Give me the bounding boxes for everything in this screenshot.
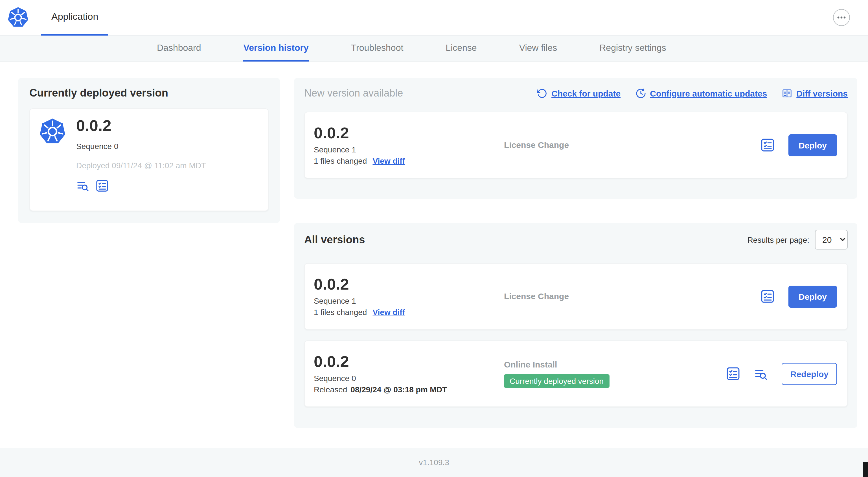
tab-registry-settings-label: Registry settings [599,42,666,53]
currently-deployed-panel: Currently deployed version [18,78,280,223]
new-version-header: New version available Check for update [304,86,848,100]
version-number: 0.0.2 [314,353,504,370]
clock-refresh-icon [635,88,646,98]
results-per-page-select[interactable]: 20 [815,230,848,249]
tab-troubleshoot-label: Troubleshoot [351,42,404,53]
released-label: Released [314,385,347,394]
version-info: 0.0.2 Sequence 1 1 files changed View di… [314,276,504,317]
view-logs-icon[interactable] [76,179,90,192]
files-changed-text: 1 files changed [314,157,367,166]
configure-automatic-updates-link[interactable]: Configure automatic updates [635,88,767,98]
release-notes-icon[interactable] [726,366,741,381]
deployed-timestamp: Deployed 09/11/24 @ 11:02 am MDT [76,161,206,170]
overflow-menu-button[interactable] [833,9,850,26]
kubernetes-logo-icon [7,7,29,28]
version-history-page: Application Dashboard Version history Tr… [0,0,868,477]
deployed-sequence: Sequence 0 [76,142,206,151]
deployed-card-actions [76,179,206,192]
tab-version-history-label: Version history [244,42,309,53]
currently-deployed-title: Currently deployed version [29,87,269,99]
deployed-version-number: 0.0.2 [76,117,206,135]
tab-license-label: License [445,42,476,53]
version-sequence: Sequence 1 [314,145,504,154]
version-info: 0.0.2 Sequence 0 Released 08/29/24 @ 03:… [314,353,504,394]
release-notes-icon[interactable] [95,179,109,192]
results-per-page-label: Results per page: [747,235,809,244]
version-sequence: Sequence 0 [314,374,504,383]
all-versions-header: All versions Results per page: 20 [304,230,848,249]
tab-application[interactable]: Application [41,0,108,35]
deployed-version-card: 0.0.2 Sequence 0 Deployed 09/11/24 @ 11:… [29,109,269,211]
change-type-label: Online Install [504,360,726,369]
release-notes-icon[interactable] [760,289,775,304]
all-versions-panel: All versions Results per page: 20 0.0.2 … [294,223,857,428]
tab-registry-settings[interactable]: Registry settings [599,35,666,62]
version-sequence: Sequence 1 [314,297,504,306]
tab-view-files[interactable]: View files [519,35,557,62]
tab-license[interactable]: License [445,35,476,62]
change-type-label: License Change [504,291,569,301]
ellipsis-icon [837,17,846,19]
view-diff-link[interactable]: View diff [372,157,405,166]
version-row: 0.0.2 Sequence 1 1 files changed View di… [304,263,848,330]
version-row: 0.0.2 Sequence 0 Released 08/29/24 @ 03:… [304,340,848,407]
deploy-button[interactable]: Deploy [788,134,837,156]
version-info: 0.0.2 Sequence 1 1 files changed View di… [314,124,504,166]
new-version-title: New version available [304,87,403,99]
footer: v1.109.3 [0,448,868,477]
version-number: 0.0.2 [314,276,504,293]
diff-table-icon [782,88,793,98]
tab-dashboard[interactable]: Dashboard [157,35,201,62]
update-links: Check for update Configure automatic upd… [537,88,848,98]
tab-troubleshoot[interactable]: Troubleshoot [351,35,404,62]
tab-version-history[interactable]: Version history [244,35,309,62]
files-changed-text: 1 files changed [314,308,367,317]
console-version: v1.109.3 [419,458,449,467]
new-version-row: 0.0.2 Sequence 1 1 files changed View di… [304,112,848,178]
check-for-update-label: Check for update [551,88,621,98]
diff-versions-label: Diff versions [796,88,848,98]
view-logs-icon[interactable] [754,367,768,381]
new-version-panel: New version available Check for update [294,78,857,199]
sub-navigation: Dashboard Version history Troubleshoot L… [0,35,868,62]
tab-application-label: Application [51,11,98,22]
kubernetes-app-icon [39,118,66,145]
redeploy-button[interactable]: Redeploy [782,363,837,385]
version-number: 0.0.2 [314,124,504,142]
top-bar: Application [0,0,868,35]
change-type-label: License Change [504,140,569,150]
view-diff-link[interactable]: View diff [372,308,405,317]
tab-view-files-label: View files [519,42,557,53]
rotate-ccw-icon [537,88,548,98]
check-for-update-link[interactable]: Check for update [537,88,621,98]
diff-versions-link[interactable]: Diff versions [782,88,848,98]
all-versions-title: All versions [304,233,365,246]
currently-deployed-badge: Currently deployed version [504,374,609,388]
tab-dashboard-label: Dashboard [157,42,201,53]
released-date: 08/29/24 @ 03:18 pm MDT [350,385,447,394]
configure-automatic-updates-label: Configure automatic updates [650,88,767,98]
deployed-version-info: 0.0.2 Sequence 0 Deployed 09/11/24 @ 11:… [76,117,206,203]
scrollbar-thumb[interactable] [863,462,868,477]
release-notes-icon[interactable] [760,138,775,152]
deploy-button[interactable]: Deploy [788,285,837,307]
